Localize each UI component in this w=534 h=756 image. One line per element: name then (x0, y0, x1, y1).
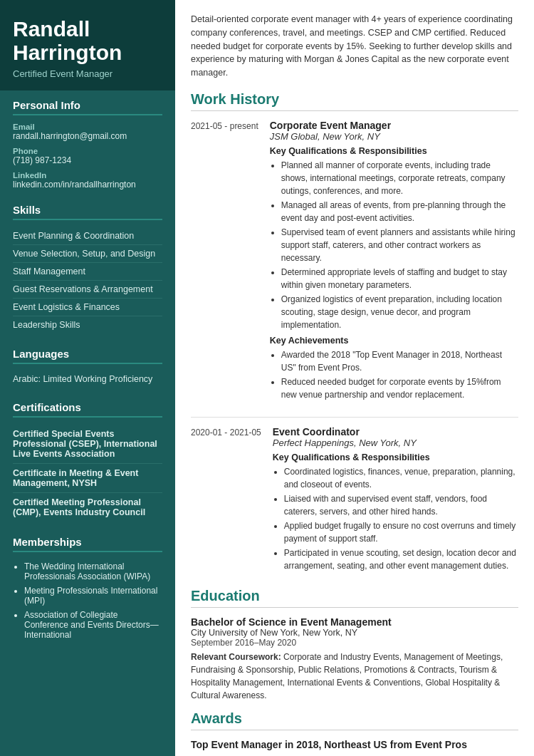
awards-section: Awards Top Event Manager in 2018, Northe… (191, 710, 518, 750)
skill-item: Staff Management (13, 263, 162, 281)
edu-degree: Bachelor of Science in Event Management (191, 616, 518, 628)
skills-title: Skills (13, 204, 162, 220)
personal-info-section: Personal Info Email randall.harrington@g… (0, 90, 175, 195)
education-title: Education (191, 588, 518, 608)
list-item: Liaised with and supervised event staff,… (284, 492, 518, 518)
membership-item: The Wedding International Professionals … (24, 559, 162, 584)
edu-entry: Bachelor of Science in Event Management … (191, 616, 518, 702)
language-item: Arabic: Limited Working Proficiency (13, 371, 162, 387)
cert-item: Certified Special Events Professional (C… (13, 425, 162, 464)
education-section: Education Bachelor of Science in Event M… (191, 588, 518, 702)
languages-title: Languages (13, 348, 162, 364)
qualifications-title: Key Qualifications & Responsibilities (273, 452, 518, 462)
cert-item: Certified Meeting Professional (CMP), Ev… (13, 493, 162, 522)
list-item: Supervised team of event planners and as… (281, 226, 518, 264)
qualifications-title: Key Qualifications & Responsibilities (270, 146, 518, 156)
skill-item: Event Logistics & Finances (13, 299, 162, 316)
work-date: 2020-01 - 2021-05 (191, 426, 261, 575)
membership-list: The Wedding International Professionals … (13, 559, 162, 642)
job-company: JSM Global, New York, NY (270, 131, 518, 142)
list-item: Awarded the 2018 "Top Event Manager in 2… (281, 348, 518, 374)
candidate-title: Certified Event Manager (13, 68, 162, 79)
job-title: Event Coordinator (273, 426, 518, 437)
list-item: Participated in venue scouting, set desi… (284, 547, 518, 572)
list-item: Determined appropriate levels of staffin… (281, 266, 518, 291)
personal-info-title: Personal Info (13, 99, 162, 115)
work-content: Event Coordinator Perfect Happenings, Ne… (273, 426, 518, 575)
job-company: Perfect Happenings, New York, NY (273, 437, 518, 448)
coursework-label: Relevant Coursework: (191, 652, 281, 662)
list-item: Reduced needed budget for corporate even… (281, 376, 518, 401)
linkedin-field: LinkedIn linkedin.com/in/randallharringt… (13, 171, 162, 190)
job-title: Corporate Event Manager (270, 120, 518, 131)
skill-item: Event Planning & Coordination (13, 227, 162, 245)
qualifications-list: Planned all manner of corporate events, … (270, 159, 518, 331)
memberships-section: Memberships The Wedding International Pr… (0, 527, 175, 648)
achievements-title: Key Achievements (270, 336, 518, 346)
certifications-section: Certifications Certified Special Events … (0, 393, 175, 527)
achievements-list: Awarded the 2018 "Top Event Manager in 2… (270, 348, 518, 401)
work-history-title: Work History (191, 91, 518, 111)
edu-coursework: Relevant Coursework: Corporate and Indus… (191, 651, 518, 702)
work-entry: 2020-01 - 2021-05 Event Coordinator Perf… (191, 426, 518, 575)
list-item: Planned all manner of corporate events, … (281, 159, 518, 197)
list-item: Organized logistics of event preparation… (281, 293, 518, 331)
divider (191, 417, 518, 418)
memberships-title: Memberships (13, 536, 162, 552)
list-item: Managed all areas of events, from pre-pl… (281, 199, 518, 224)
email-field: Email randall.harrington@gmail.com (13, 123, 162, 141)
edu-date: September 2016–May 2020 (191, 638, 518, 648)
candidate-name: Randall Harrington (13, 17, 162, 64)
certifications-title: Certifications (13, 401, 162, 418)
skill-item: Leadership Skills (13, 316, 162, 333)
cert-item: Certificate in Meeting & Event Managemen… (13, 464, 162, 493)
qualifications-list: Coordinated logistics, finances, venue, … (273, 465, 518, 572)
languages-section: Languages Arabic: Limited Working Profic… (0, 339, 175, 393)
work-entry: 2021-05 - present Corporate Event Manage… (191, 120, 518, 404)
sidebar: Randall Harrington Certified Event Manag… (0, 0, 175, 756)
skill-item: Guest Reservations & Arrangement (13, 281, 162, 299)
edu-school: City University of New York, New York, N… (191, 628, 518, 638)
skills-section: Skills Event Planning & Coordination Ven… (0, 195, 175, 339)
work-history-section: Work History 2021-05 - present Corporate… (191, 91, 518, 575)
skill-item: Venue Selection, Setup, and Design (13, 245, 162, 263)
award-title: Top Event Manager in 2018, Northeast US … (191, 739, 518, 750)
sidebar-header: Randall Harrington Certified Event Manag… (0, 0, 175, 90)
summary-text: Detail-oriented corporate event manager … (191, 13, 518, 80)
awards-title: Awards (191, 710, 518, 730)
phone-field: Phone (718) 987-1234 (13, 147, 162, 165)
list-item: Applied budget frugally to ensure no cos… (284, 519, 518, 545)
membership-item: Association of Collegiate Conference and… (24, 608, 162, 642)
work-content: Corporate Event Manager JSM Global, New … (270, 120, 518, 404)
main-content: Detail-oriented corporate event manager … (175, 0, 534, 756)
work-date: 2021-05 - present (191, 120, 258, 404)
list-item: Coordinated logistics, finances, venue, … (284, 465, 518, 491)
membership-item: Meeting Professionals International (MPI… (24, 584, 162, 608)
